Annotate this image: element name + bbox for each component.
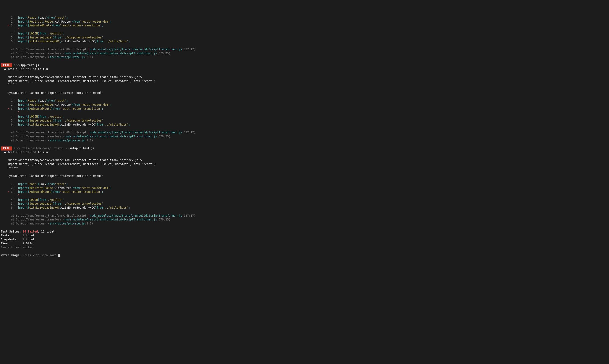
stack-frame: at ScriptTransformer.transform (node_mod… [1,52,608,56]
stack-frame: at Object.<anonymous> (src/routes/privat… [1,55,608,59]
error-path: /Users/ashrithreddy/Apps/web/node_module… [1,158,608,162]
syntax-error: SyntaxError: Cannot use import statement… [1,174,608,178]
stack-frame: at Object.<anonymous> (src/routes/privat… [1,222,608,226]
summary-tests: Tests: 0 total [1,234,608,238]
summary-time: Time: 7.023s [1,242,608,246]
code-line: 6 | import{withLazyLoadingHOC,withErrorB… [1,39,608,44]
watch-usage[interactable]: Watch Usage: Press w to show more. [1,253,608,258]
code-line: 2 | import{Redirect,Route,withRouter}fro… [1,186,608,190]
summary-snapshots: Snapshots: 0 total [1,238,608,242]
code-line: 4 | import{LOGIN}from'./public'; [1,32,608,36]
syntax-error: SyntaxError: Cannot use import statement… [1,91,608,95]
fail-badge: FAIL [1,146,12,151]
test-suite-header: FAIL src/App.test.js [1,64,608,67]
error-import-line: import React, { cloneElement, createElem… [1,79,608,83]
carets: ^^^^^^ [1,83,608,87]
suite-fail-msg: ● Test suite failed to run [1,67,608,71]
stack-frame: at ScriptTransformer._transformAndBuildS… [1,214,608,218]
fail-badge: FAIL [1,64,12,67]
summary-ran-all: Ran all test suites. [1,246,608,250]
test-suite-header: FAIL src/utils/customHooks/__tests__/use… [1,146,608,151]
stack-frame: at ScriptTransformer.transform (node_mod… [1,218,608,222]
suite-fail-msg: ● Test suite failed to run [1,151,608,155]
code-line: 1 | importReact,{lazy}from'react'; [1,182,608,186]
code-line: 5 | import{SuspenseLoader}from'../compon… [1,36,608,40]
cursor [58,254,60,257]
error-import-line: import React, { cloneElement, createElem… [1,162,608,166]
summary-test-suites: Test Suites: 16 failed, 16 total [1,230,608,234]
code-line: | ^ [1,194,608,198]
code-line: 5 | import{SuspenseLoader}from'../compon… [1,119,608,123]
code-line: 4 | import{LOGIN}from'./public'; [1,198,608,202]
code-line: 6 | import{withLazyLoadingHOC,withErrorB… [1,206,608,210]
code-line: 2 | import{Redirect,Route,withRouter}fro… [1,20,608,24]
terminal-output[interactable]: 1 | importReact,{lazy}from'react'; 2 | i… [1,16,608,258]
code-line: | ^ [1,28,608,32]
stack-frame: at ScriptTransformer._transformAndBuildS… [1,48,608,52]
code-line: 5 | import{SuspenseLoader}from'../compon… [1,202,608,206]
code-line: 1 | importReact,{lazy}from'react'; [1,16,608,20]
code-line: > 3 | import{AnimatedRoute}from'react-ro… [1,107,608,111]
code-line: 4 | import{LOGIN}from'./public'; [1,115,608,119]
stack-frame: at ScriptTransformer.transform (node_mod… [1,135,608,139]
carets: ^^^^^^ [1,166,608,170]
code-line: 2 | import{Redirect,Route,withRouter}fro… [1,103,608,107]
stack-frame: at ScriptTransformer._transformAndBuildS… [1,131,608,135]
stack-frame: at Object.<anonymous> (src/routes/privat… [1,139,608,143]
code-line: 1 | importReact,{lazy}from'react'; [1,99,608,103]
code-line: 6 | import{withLazyLoadingHOC,withErrorB… [1,123,608,127]
code-line: > 3 | import{AnimatedRoute}from'react-ro… [1,190,608,194]
code-line: > 3 | import{AnimatedRoute}from'react-ro… [1,24,608,28]
code-line: | ^ [1,111,608,115]
error-path: /Users/ashrithreddy/Apps/web/node_module… [1,75,608,79]
